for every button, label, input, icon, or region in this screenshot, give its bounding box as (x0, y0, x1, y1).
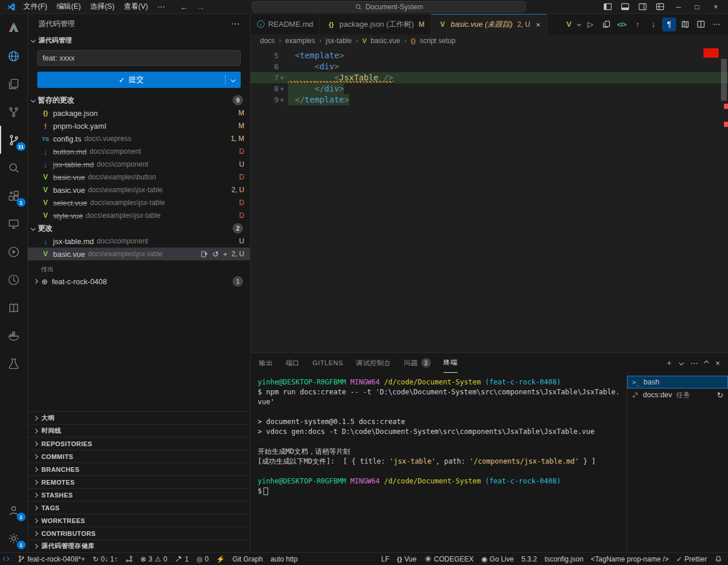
crumb-docs[interactable]: docs (260, 37, 275, 45)
tagname-item[interactable]: <TagName prop-name /> (591, 555, 669, 563)
stage-changes-icon[interactable]: + (223, 250, 227, 259)
file-row-select-vue[interactable]: V select.vue docs\examples\jsx-table D (28, 196, 250, 209)
version-item[interactable]: 5.3.2 (521, 555, 537, 563)
crumb-examples[interactable]: examples (285, 37, 315, 45)
activity-testing-beaker-icon[interactable] (0, 349, 28, 377)
maximize-button[interactable]: □ (688, 1, 706, 13)
crumb-basic-vue[interactable]: basic.vue (371, 37, 400, 45)
tab-package-json[interactable]: {} package.json (工作树) M (320, 14, 431, 34)
activity-docker-icon[interactable] (0, 322, 28, 349)
panel-tab-debug-console[interactable]: 调试控制台 (356, 353, 391, 373)
commit-button[interactable]: ✓提交 (37, 72, 241, 88)
terminal-item-bash[interactable]: >_ bash (627, 376, 728, 389)
activity-run-debug-icon[interactable] (0, 238, 28, 266)
activity-explorer-icon[interactable] (0, 70, 28, 98)
panel-tab-gitlens[interactable]: GITLENS (312, 353, 343, 373)
eol-item[interactable]: LF (381, 555, 389, 563)
toggle-secondary-sidebar-icon[interactable] (635, 1, 651, 13)
activity-gitlens-icon[interactable] (0, 266, 28, 294)
minimize-button[interactable]: ─ (670, 1, 687, 13)
panel-tab-output[interactable]: 输出 (259, 353, 273, 373)
activity-source-control-icon[interactable]: 11 (0, 126, 28, 154)
run-file-icon[interactable]: ▷ (583, 17, 597, 31)
close-tab-icon[interactable]: × (536, 20, 540, 29)
toggle-panel-icon[interactable] (617, 1, 634, 13)
prettier-item[interactable]: ✓Prettier (676, 555, 707, 563)
navigate-down-icon[interactable]: ↓ (646, 17, 660, 31)
plug-icon-item[interactable]: ⚡ (216, 555, 225, 563)
panel-tab-terminal[interactable]: 终端 (444, 353, 458, 373)
language-mode-item[interactable]: {}Vue (397, 555, 416, 563)
file-row-basic-vue-button[interactable]: V basic.vue docs\examples\button D (28, 171, 250, 183)
file-row-style-vue[interactable]: V style.vue docs\examples\jsx-table D (28, 209, 250, 222)
file-row-jsx-table-md-changes[interactable]: ↓ jsx-table.md docs\component U (28, 235, 250, 248)
pane-branches[interactable]: BRANCHES (28, 462, 250, 475)
menu-edit[interactable]: 编辑(E) (52, 0, 86, 13)
more-actions-icon[interactable]: ⋯ (709, 17, 723, 31)
pane-timeline[interactable]: 时间线 (28, 424, 250, 437)
file-row-button-md[interactable]: ↓ button.md docs\component D (28, 145, 250, 158)
file-row-config-ts[interactable]: TS config.ts docs\.vuepress 1, M (28, 132, 250, 145)
tab-basic-vue[interactable]: V basic.vue (未跟踪) 2, U × (431, 14, 547, 34)
crumb-script-setup[interactable]: script setup (420, 37, 455, 45)
code-actions-icon[interactable]: </> (615, 17, 629, 31)
customize-layout-icon[interactable] (652, 1, 669, 13)
navigate-up-icon[interactable]: ↑ (631, 17, 645, 31)
tasks-item[interactable]: 1 (175, 555, 189, 563)
file-row-pnpm-lock[interactable]: ! pnpm-lock.yaml M (28, 119, 250, 132)
open-file-icon[interactable] (201, 250, 208, 258)
task-spinner-icon[interactable]: ↻ (717, 391, 723, 400)
file-row-package-json[interactable]: {} package.json M (28, 107, 250, 119)
pane-remotes[interactable]: REMOTES (28, 475, 250, 488)
git-graph-item[interactable]: Git Graph (233, 555, 263, 563)
activity-account-icon[interactable]: 1 (0, 496, 28, 524)
close-panel-icon[interactable]: × (715, 359, 720, 368)
pane-worktrees[interactable]: WORKTREES (28, 514, 250, 527)
notifications-item[interactable] (715, 555, 722, 563)
file-row-basic-vue-jsx-table[interactable]: V basic.vue docs\examples\jsx-table 2, U (28, 183, 250, 196)
panel-tab-problems[interactable]: 问题3 (404, 353, 431, 373)
terminal-item-docs-dev[interactable]: docs:dev 任务 ↻ (627, 389, 728, 401)
pane-tags[interactable]: TAGS (28, 501, 250, 514)
codegeex-item[interactable]: CODEGEEX (424, 555, 474, 563)
pane-outline[interactable]: 大纲 (28, 411, 250, 424)
problems-item[interactable]: ⊗3⚠0 (140, 555, 167, 563)
tab-readme[interactable]: i README.md (251, 14, 320, 34)
command-center-search[interactable]: Document-System (252, 1, 526, 12)
chevron-down-icon[interactable] (576, 17, 582, 31)
close-button[interactable]: × (707, 1, 725, 13)
activity-extension-logo-icon[interactable] (0, 14, 28, 42)
activity-globe-icon[interactable] (0, 42, 28, 70)
commit-dropdown-button[interactable] (226, 72, 241, 88)
go-live-item[interactable]: ◉Go Live (481, 555, 514, 563)
crumb-jsx-table[interactable]: jsx-table (326, 37, 352, 45)
vue-preview-icon[interactable]: V (564, 17, 574, 31)
git-branch-item[interactable]: feat-c-rock-0408*+ (17, 555, 85, 563)
pane-contributors[interactable]: CONTRIBUTORS (28, 527, 250, 539)
pane-commits[interactable]: COMMITS (28, 450, 250, 462)
pilcrow-toggle-icon[interactable]: ¶ (662, 17, 676, 31)
split-editor-icon[interactable] (694, 17, 708, 31)
staged-changes-header[interactable]: 暂存的更改 9 (28, 94, 250, 107)
pane-stashes[interactable]: STASHES (28, 488, 250, 501)
activity-extensions-icon[interactable]: 1 (0, 182, 28, 210)
file-row-jsx-table-md[interactable]: ↓ jsx-table.md docs\component U (28, 158, 250, 171)
activity-git-fork-icon[interactable] (0, 98, 28, 126)
maximize-panel-icon[interactable] (704, 361, 709, 365)
code-editor[interactable]: 5 <template> 6 <div> 7+ <JsxTable /> 8+ … (251, 47, 728, 352)
nav-forward-icon[interactable]: → (196, 2, 205, 12)
menu-file[interactable]: 文件(F) (19, 0, 52, 13)
remote-indicator-icon[interactable] (2, 555, 10, 563)
commit-message-input[interactable] (37, 50, 241, 66)
terminal-output[interactable]: yinhe@DESKTOP-R0GFBMM MINGW64 /d/code/Do… (251, 373, 627, 552)
changes-header[interactable]: 更改 2 (28, 222, 250, 235)
open-changes-icon[interactable] (599, 17, 613, 31)
outgoing-branch-row[interactable]: ⊕ feat-c-rock-0408 1 (28, 275, 250, 288)
chevron-down-icon[interactable] (679, 361, 684, 365)
toggle-sidebar-icon[interactable] (600, 1, 616, 13)
activity-docs-book-icon[interactable] (0, 294, 28, 322)
panel-tab-ports[interactable]: 端口 (286, 353, 300, 373)
new-terminal-icon[interactable]: ＋ (665, 358, 673, 368)
activity-remote-explorer-icon[interactable] (0, 210, 28, 238)
pane-scm-repos[interactable]: 源代码管理存储库 (28, 539, 250, 552)
